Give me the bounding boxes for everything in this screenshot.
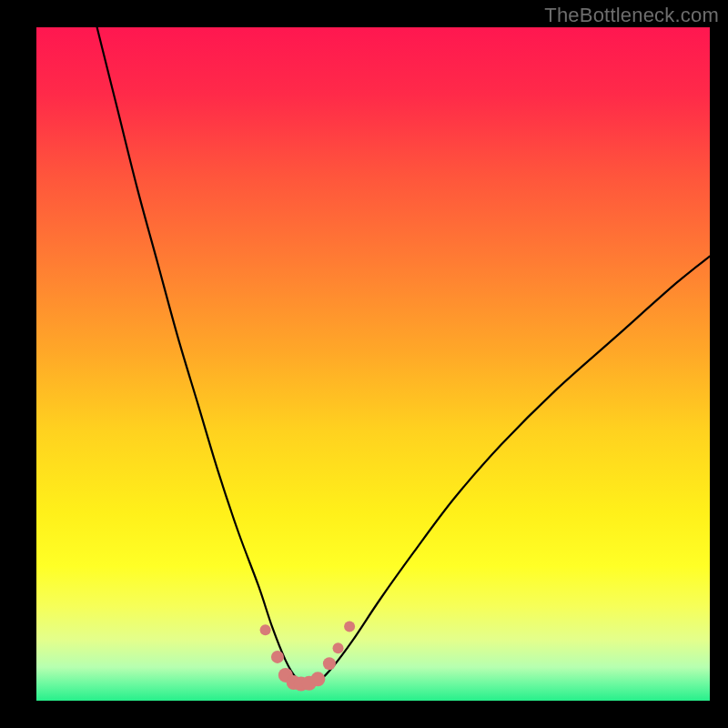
plot-area <box>36 27 710 701</box>
highlight-dot <box>344 622 355 632</box>
highlight-dot <box>260 624 271 635</box>
bottleneck-curve <box>97 27 710 684</box>
highlight-dot <box>310 672 325 686</box>
bottleneck-curve-svg <box>36 27 710 701</box>
highlight-dot <box>271 651 284 663</box>
highlight-dot <box>333 642 344 653</box>
chart-frame: TheBottleneck.com <box>0 0 728 728</box>
highlight-dot <box>323 657 336 670</box>
watermark-text: TheBottleneck.com <box>544 4 719 27</box>
